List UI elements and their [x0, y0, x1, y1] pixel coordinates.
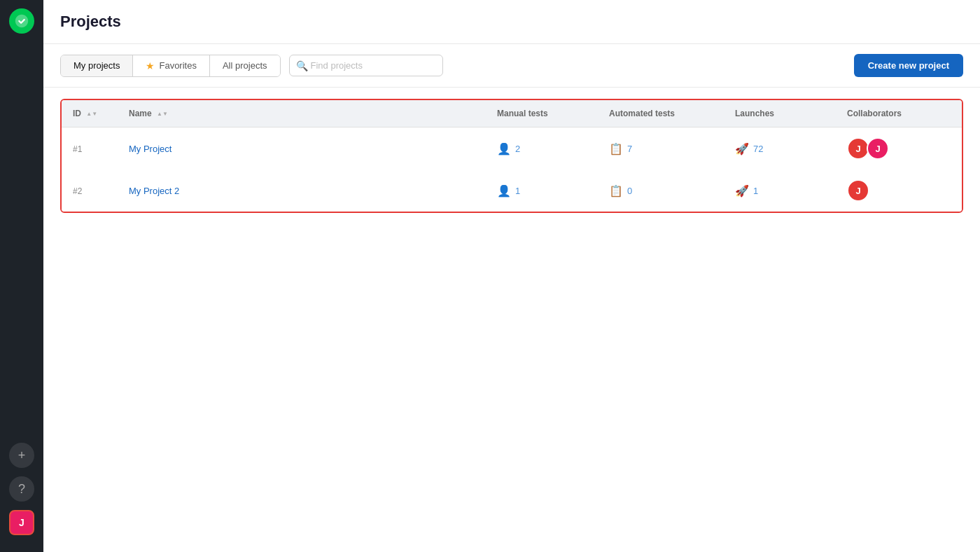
col-header-automated: Automated tests — [598, 100, 724, 127]
sort-arrows-name[interactable]: ▲▼ — [157, 111, 168, 117]
tab-my-projects[interactable]: My projects — [61, 55, 133, 76]
sort-arrows-id[interactable]: ▲▼ — [86, 111, 97, 117]
tab-group: My projects ★ Favorites All projects — [60, 55, 281, 77]
project-link[interactable]: My Project — [129, 144, 172, 154]
cell-id: #1 — [62, 127, 118, 170]
launch-count: 72 — [753, 144, 763, 154]
cell-automated-tests: 📋0 — [598, 170, 724, 212]
sidebar: + ? J — [0, 0, 43, 552]
help-icon: ? — [18, 482, 25, 497]
user-avatar[interactable]: J — [9, 510, 34, 535]
collaborator-avatar[interactable]: J — [867, 137, 889, 160]
cell-launches: 🚀1 — [724, 170, 836, 212]
tab-all-projects[interactable]: All projects — [210, 55, 280, 76]
toolbar: My projects ★ Favorites All projects 🔍 C… — [43, 44, 980, 88]
col-header-name: Name ▲▼ — [118, 100, 486, 127]
col-header-collaborators: Collaborators — [836, 100, 962, 127]
cell-manual-tests: 👤1 — [486, 170, 598, 212]
search-wrap: 🔍 — [289, 55, 443, 76]
col-header-manual: Manual tests — [486, 100, 598, 127]
star-icon: ★ — [146, 60, 155, 71]
clipboard-icon: 📋 — [609, 142, 623, 156]
cell-collaborators: JJ — [836, 127, 962, 170]
table-header-row: ID ▲▼ Name ▲▼ Manual tests Automated tes… — [62, 100, 962, 127]
main-content: Projects My projects ★ Favorites All pro… — [43, 0, 980, 552]
help-button[interactable]: ? — [9, 476, 34, 502]
manual-count: 2 — [515, 144, 520, 154]
project-id: #2 — [73, 186, 82, 196]
cell-launches: 🚀72 — [724, 127, 836, 170]
auto-count: 7 — [627, 144, 632, 154]
cell-manual-tests: 👤2 — [486, 127, 598, 170]
table-wrap: ID ▲▼ Name ▲▼ Manual tests Automated tes… — [43, 88, 980, 552]
search-input[interactable] — [289, 55, 443, 76]
sidebar-bottom: + ? J — [9, 443, 34, 544]
cell-name: My Project — [118, 127, 486, 170]
create-button-label: Create new project — [868, 60, 949, 71]
rocket-icon: 🚀 — [735, 184, 749, 198]
project-link[interactable]: My Project 2 — [129, 186, 179, 196]
table-row: #2My Project 2👤1📋0🚀1J — [62, 170, 962, 212]
create-new-project-button[interactable]: Create new project — [854, 54, 963, 77]
cell-name: My Project 2 — [118, 170, 486, 212]
tab-my-projects-label: My projects — [74, 60, 120, 71]
projects-table: ID ▲▼ Name ▲▼ Manual tests Automated tes… — [60, 99, 963, 213]
page-title: Projects — [60, 13, 963, 31]
col-header-launches: Launches — [724, 100, 836, 127]
table-row: #1My Project👤2📋7🚀72JJ — [62, 127, 962, 170]
cell-collaborators: J — [836, 170, 962, 212]
cell-automated-tests: 📋7 — [598, 127, 724, 170]
tab-all-projects-label: All projects — [223, 60, 267, 71]
manual-count: 1 — [515, 186, 520, 196]
launch-count: 1 — [753, 186, 758, 196]
clipboard-icon: 📋 — [609, 184, 623, 198]
person-icon: 👤 — [497, 142, 511, 156]
user-initial: J — [19, 517, 24, 528]
cell-id: #2 — [62, 170, 118, 212]
tab-favorites-label: Favorites — [159, 60, 196, 71]
collaborator-avatar[interactable]: J — [847, 179, 869, 202]
add-button[interactable]: + — [9, 443, 34, 468]
rocket-icon: 🚀 — [735, 142, 749, 156]
app-logo[interactable] — [9, 8, 34, 34]
plus-icon: + — [18, 448, 26, 463]
auto-count: 0 — [627, 186, 632, 196]
project-id: #1 — [73, 144, 82, 154]
tab-favorites[interactable]: ★ Favorites — [133, 55, 209, 76]
search-icon: 🔍 — [296, 60, 308, 71]
page-header: Projects — [43, 0, 980, 44]
person-icon: 👤 — [497, 184, 511, 198]
col-header-id: ID ▲▼ — [62, 100, 118, 127]
